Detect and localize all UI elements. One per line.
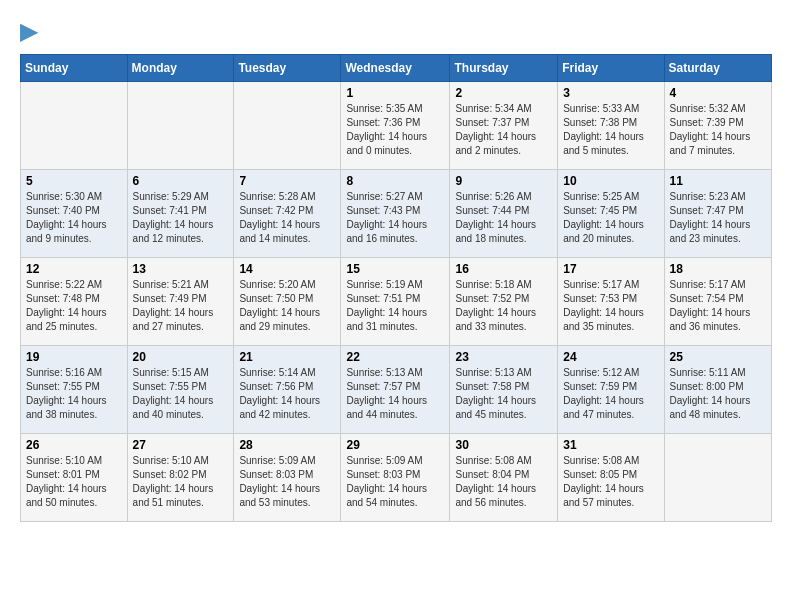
day-number: 5 xyxy=(26,174,122,188)
day-number: 30 xyxy=(455,438,552,452)
day-info: Sunrise: 5:34 AM Sunset: 7:37 PM Dayligh… xyxy=(455,102,552,158)
day-info: Sunrise: 5:23 AM Sunset: 7:47 PM Dayligh… xyxy=(670,190,766,246)
header-row: SundayMondayTuesdayWednesdayThursdayFrid… xyxy=(21,55,772,82)
week-row-2: 5Sunrise: 5:30 AM Sunset: 7:40 PM Daylig… xyxy=(21,170,772,258)
day-number: 8 xyxy=(346,174,444,188)
day-info: Sunrise: 5:10 AM Sunset: 8:01 PM Dayligh… xyxy=(26,454,122,510)
day-info: Sunrise: 5:19 AM Sunset: 7:51 PM Dayligh… xyxy=(346,278,444,334)
day-number: 27 xyxy=(133,438,229,452)
week-row-5: 26Sunrise: 5:10 AM Sunset: 8:01 PM Dayli… xyxy=(21,434,772,522)
week-row-4: 19Sunrise: 5:16 AM Sunset: 7:55 PM Dayli… xyxy=(21,346,772,434)
day-number: 10 xyxy=(563,174,658,188)
calendar-cell: 2Sunrise: 5:34 AM Sunset: 7:37 PM Daylig… xyxy=(450,82,558,170)
calendar-cell: 9Sunrise: 5:26 AM Sunset: 7:44 PM Daylig… xyxy=(450,170,558,258)
calendar-header: SundayMondayTuesdayWednesdayThursdayFrid… xyxy=(21,55,772,82)
calendar-cell: 19Sunrise: 5:16 AM Sunset: 7:55 PM Dayli… xyxy=(21,346,128,434)
calendar-cell: 25Sunrise: 5:11 AM Sunset: 8:00 PM Dayli… xyxy=(664,346,771,434)
day-number: 4 xyxy=(670,86,766,100)
day-info: Sunrise: 5:26 AM Sunset: 7:44 PM Dayligh… xyxy=(455,190,552,246)
header-monday: Monday xyxy=(127,55,234,82)
day-info: Sunrise: 5:32 AM Sunset: 7:39 PM Dayligh… xyxy=(670,102,766,158)
calendar-cell xyxy=(127,82,234,170)
header-friday: Friday xyxy=(558,55,664,82)
day-info: Sunrise: 5:18 AM Sunset: 7:52 PM Dayligh… xyxy=(455,278,552,334)
day-number: 26 xyxy=(26,438,122,452)
calendar-body: 1Sunrise: 5:35 AM Sunset: 7:36 PM Daylig… xyxy=(21,82,772,522)
calendar-cell: 14Sunrise: 5:20 AM Sunset: 7:50 PM Dayli… xyxy=(234,258,341,346)
page-header: ▶ xyxy=(20,20,772,44)
calendar-cell: 3Sunrise: 5:33 AM Sunset: 7:38 PM Daylig… xyxy=(558,82,664,170)
day-info: Sunrise: 5:30 AM Sunset: 7:40 PM Dayligh… xyxy=(26,190,122,246)
calendar-cell: 28Sunrise: 5:09 AM Sunset: 8:03 PM Dayli… xyxy=(234,434,341,522)
calendar-cell: 31Sunrise: 5:08 AM Sunset: 8:05 PM Dayli… xyxy=(558,434,664,522)
header-sunday: Sunday xyxy=(21,55,128,82)
header-tuesday: Tuesday xyxy=(234,55,341,82)
day-info: Sunrise: 5:20 AM Sunset: 7:50 PM Dayligh… xyxy=(239,278,335,334)
calendar-cell: 23Sunrise: 5:13 AM Sunset: 7:58 PM Dayli… xyxy=(450,346,558,434)
day-number: 11 xyxy=(670,174,766,188)
calendar-cell: 22Sunrise: 5:13 AM Sunset: 7:57 PM Dayli… xyxy=(341,346,450,434)
calendar-cell xyxy=(234,82,341,170)
day-info: Sunrise: 5:27 AM Sunset: 7:43 PM Dayligh… xyxy=(346,190,444,246)
day-number: 14 xyxy=(239,262,335,276)
calendar-cell: 6Sunrise: 5:29 AM Sunset: 7:41 PM Daylig… xyxy=(127,170,234,258)
day-number: 24 xyxy=(563,350,658,364)
logo: ▶ xyxy=(20,20,37,44)
day-info: Sunrise: 5:11 AM Sunset: 8:00 PM Dayligh… xyxy=(670,366,766,422)
day-number: 18 xyxy=(670,262,766,276)
calendar-cell: 10Sunrise: 5:25 AM Sunset: 7:45 PM Dayli… xyxy=(558,170,664,258)
calendar-cell: 5Sunrise: 5:30 AM Sunset: 7:40 PM Daylig… xyxy=(21,170,128,258)
day-number: 6 xyxy=(133,174,229,188)
day-info: Sunrise: 5:29 AM Sunset: 7:41 PM Dayligh… xyxy=(133,190,229,246)
calendar-cell xyxy=(21,82,128,170)
calendar-table: SundayMondayTuesdayWednesdayThursdayFrid… xyxy=(20,54,772,522)
calendar-cell: 8Sunrise: 5:27 AM Sunset: 7:43 PM Daylig… xyxy=(341,170,450,258)
day-info: Sunrise: 5:35 AM Sunset: 7:36 PM Dayligh… xyxy=(346,102,444,158)
week-row-1: 1Sunrise: 5:35 AM Sunset: 7:36 PM Daylig… xyxy=(21,82,772,170)
day-number: 15 xyxy=(346,262,444,276)
day-info: Sunrise: 5:12 AM Sunset: 7:59 PM Dayligh… xyxy=(563,366,658,422)
day-info: Sunrise: 5:08 AM Sunset: 8:04 PM Dayligh… xyxy=(455,454,552,510)
day-info: Sunrise: 5:21 AM Sunset: 7:49 PM Dayligh… xyxy=(133,278,229,334)
header-saturday: Saturday xyxy=(664,55,771,82)
day-number: 2 xyxy=(455,86,552,100)
day-info: Sunrise: 5:08 AM Sunset: 8:05 PM Dayligh… xyxy=(563,454,658,510)
calendar-cell: 20Sunrise: 5:15 AM Sunset: 7:55 PM Dayli… xyxy=(127,346,234,434)
calendar-cell: 11Sunrise: 5:23 AM Sunset: 7:47 PM Dayli… xyxy=(664,170,771,258)
header-wednesday: Wednesday xyxy=(341,55,450,82)
calendar-cell xyxy=(664,434,771,522)
day-number: 7 xyxy=(239,174,335,188)
day-number: 13 xyxy=(133,262,229,276)
day-number: 25 xyxy=(670,350,766,364)
day-number: 31 xyxy=(563,438,658,452)
day-number: 17 xyxy=(563,262,658,276)
calendar-cell: 30Sunrise: 5:08 AM Sunset: 8:04 PM Dayli… xyxy=(450,434,558,522)
calendar-cell: 12Sunrise: 5:22 AM Sunset: 7:48 PM Dayli… xyxy=(21,258,128,346)
day-number: 29 xyxy=(346,438,444,452)
day-info: Sunrise: 5:10 AM Sunset: 8:02 PM Dayligh… xyxy=(133,454,229,510)
day-info: Sunrise: 5:22 AM Sunset: 7:48 PM Dayligh… xyxy=(26,278,122,334)
day-number: 3 xyxy=(563,86,658,100)
calendar-cell: 18Sunrise: 5:17 AM Sunset: 7:54 PM Dayli… xyxy=(664,258,771,346)
day-number: 12 xyxy=(26,262,122,276)
day-info: Sunrise: 5:33 AM Sunset: 7:38 PM Dayligh… xyxy=(563,102,658,158)
day-info: Sunrise: 5:16 AM Sunset: 7:55 PM Dayligh… xyxy=(26,366,122,422)
calendar-cell: 29Sunrise: 5:09 AM Sunset: 8:03 PM Dayli… xyxy=(341,434,450,522)
day-info: Sunrise: 5:25 AM Sunset: 7:45 PM Dayligh… xyxy=(563,190,658,246)
day-info: Sunrise: 5:13 AM Sunset: 7:58 PM Dayligh… xyxy=(455,366,552,422)
day-info: Sunrise: 5:14 AM Sunset: 7:56 PM Dayligh… xyxy=(239,366,335,422)
calendar-cell: 24Sunrise: 5:12 AM Sunset: 7:59 PM Dayli… xyxy=(558,346,664,434)
day-info: Sunrise: 5:09 AM Sunset: 8:03 PM Dayligh… xyxy=(346,454,444,510)
calendar-cell: 17Sunrise: 5:17 AM Sunset: 7:53 PM Dayli… xyxy=(558,258,664,346)
calendar-cell: 21Sunrise: 5:14 AM Sunset: 7:56 PM Dayli… xyxy=(234,346,341,434)
day-info: Sunrise: 5:28 AM Sunset: 7:42 PM Dayligh… xyxy=(239,190,335,246)
calendar-cell: 13Sunrise: 5:21 AM Sunset: 7:49 PM Dayli… xyxy=(127,258,234,346)
day-number: 16 xyxy=(455,262,552,276)
day-number: 1 xyxy=(346,86,444,100)
calendar-cell: 1Sunrise: 5:35 AM Sunset: 7:36 PM Daylig… xyxy=(341,82,450,170)
day-info: Sunrise: 5:09 AM Sunset: 8:03 PM Dayligh… xyxy=(239,454,335,510)
day-number: 9 xyxy=(455,174,552,188)
day-number: 22 xyxy=(346,350,444,364)
calendar-cell: 16Sunrise: 5:18 AM Sunset: 7:52 PM Dayli… xyxy=(450,258,558,346)
header-thursday: Thursday xyxy=(450,55,558,82)
